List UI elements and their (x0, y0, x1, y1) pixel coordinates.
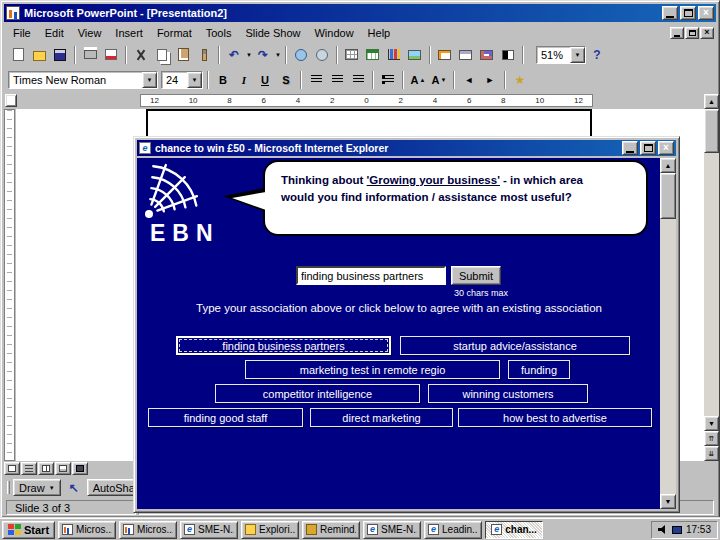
tab-type-selector[interactable] (5, 94, 17, 107)
scrollbar-thumb[interactable] (704, 109, 719, 153)
black-white-view-button[interactable] (498, 45, 518, 65)
menu-help[interactable]: Help (361, 26, 398, 40)
ie-close-button[interactable]: × (658, 141, 674, 155)
taskbar-task-2[interactable]: Micros... (119, 521, 177, 539)
promote-button[interactable]: ◄ (459, 70, 479, 90)
slide-sorter-view-button[interactable] (38, 462, 54, 475)
doc-minimize-button[interactable] (670, 27, 684, 39)
previous-slide-button[interactable]: ⇈ (704, 431, 719, 446)
new-slide-button[interactable] (435, 45, 455, 65)
font-name-dropdown-icon[interactable]: ▼ (142, 72, 157, 88)
option-competitor-intelligence[interactable]: competitor intelligence (215, 384, 420, 403)
doc-restore-button[interactable] (685, 27, 699, 39)
close-button[interactable]: × (698, 6, 714, 20)
cut-button[interactable] (131, 45, 151, 65)
help-assistant-button[interactable]: ? (587, 45, 607, 65)
association-input[interactable] (296, 266, 446, 285)
apply-design-button[interactable] (477, 45, 497, 65)
slide-view-button[interactable] (4, 462, 20, 475)
display-icon[interactable] (672, 526, 682, 534)
decrease-font-button[interactable]: A▼ (429, 70, 449, 90)
menu-edit[interactable]: Edit (38, 26, 71, 40)
redo-dropdown-icon[interactable]: ▼ (275, 52, 281, 58)
format-painter-button[interactable] (194, 45, 214, 65)
scroll-down-button[interactable]: ▼ (704, 416, 719, 431)
option-how-best-to-advertise[interactable]: how best to advertise (458, 408, 652, 427)
maximize-button[interactable] (680, 6, 696, 20)
ie-scrollbar-thumb[interactable] (660, 173, 676, 219)
redo-button[interactable]: ↷ (253, 45, 273, 65)
demote-button[interactable]: ► (480, 70, 500, 90)
option-finding-good-staff[interactable]: finding good staff (148, 408, 303, 427)
open-button[interactable] (29, 45, 49, 65)
increase-font-button[interactable]: A▲ (408, 70, 428, 90)
taskbar-task-3[interactable]: eSME-N... (180, 521, 238, 539)
outline-view-button[interactable] (21, 462, 37, 475)
font-size-dropdown-icon[interactable]: ▼ (187, 72, 202, 88)
ie-scroll-up-button[interactable]: ▲ (660, 158, 676, 173)
bold-button[interactable]: B (213, 70, 233, 90)
next-slide-button[interactable]: ⇊ (704, 446, 719, 461)
copy-button[interactable] (152, 45, 172, 65)
toolbar-grip[interactable] (7, 481, 10, 494)
animation-effects-button[interactable]: ★ (510, 70, 530, 90)
taskbar-task-6[interactable]: eSME-N... (363, 521, 421, 539)
spelling-button[interactable] (101, 45, 121, 65)
menu-format[interactable]: Format (150, 26, 199, 40)
insert-table-button[interactable] (342, 45, 362, 65)
option-startup-advice[interactable]: startup advice/assistance (400, 336, 630, 355)
menu-file[interactable]: File (6, 26, 38, 40)
align-center-button[interactable] (327, 70, 347, 90)
option-winning-customers[interactable]: winning customers (428, 384, 588, 403)
save-button[interactable] (50, 45, 70, 65)
taskbar-task-5[interactable]: Remind... (302, 521, 360, 539)
insert-clipart-button[interactable] (405, 45, 425, 65)
ie-maximize-button[interactable] (640, 141, 656, 155)
insert-excel-button[interactable] (363, 45, 383, 65)
minimize-button[interactable] (662, 6, 678, 20)
zoom-combobox[interactable]: 51% ▼ (536, 46, 586, 64)
font-size-combobox[interactable]: 24 ▼ (161, 71, 203, 89)
zoom-dropdown-icon[interactable]: ▼ (570, 47, 585, 63)
volume-icon[interactable] (658, 525, 668, 534)
insert-chart-button[interactable] (384, 45, 404, 65)
align-right-button[interactable] (348, 70, 368, 90)
paste-button[interactable] (173, 45, 193, 65)
align-left-button[interactable] (306, 70, 326, 90)
start-button[interactable]: Start (2, 521, 55, 539)
taskbar-task-1[interactable]: Micros... (58, 521, 116, 539)
print-button[interactable] (80, 45, 100, 65)
text-shadow-button[interactable]: S (276, 70, 296, 90)
bullets-button[interactable] (378, 70, 398, 90)
scrollbar-track[interactable] (704, 153, 719, 416)
doc-close-button[interactable]: × (700, 27, 714, 39)
menu-window[interactable]: Window (307, 26, 360, 40)
font-name-combobox[interactable]: Times New Roman ▼ (8, 71, 158, 89)
option-finding-business-partners[interactable]: finding business partners (176, 336, 391, 355)
menu-view[interactable]: View (71, 26, 109, 40)
undo-button[interactable]: ↶ (224, 45, 244, 65)
select-objects-button[interactable]: ↖ (64, 478, 84, 498)
option-marketing-test[interactable]: marketing test in remote regio (245, 360, 500, 379)
vertical-scrollbar[interactable]: ▲ ▼ ⇈ ⇊ (704, 94, 719, 461)
insert-hyperlink-button[interactable] (291, 45, 311, 65)
option-direct-marketing[interactable]: direct marketing (310, 408, 453, 427)
new-document-button[interactable] (8, 45, 28, 65)
slide-layout-button[interactable] (456, 45, 476, 65)
underline-button[interactable]: U (255, 70, 275, 90)
submit-button[interactable]: Submit (451, 266, 501, 285)
menu-slide-show[interactable]: Slide Show (238, 26, 307, 40)
notes-page-view-button[interactable] (55, 462, 71, 475)
option-funding[interactable]: funding (508, 360, 570, 379)
ie-scrollbar-track[interactable] (660, 219, 676, 494)
taskbar-task-8-active[interactable]: echan... (485, 521, 543, 539)
menu-insert[interactable]: Insert (108, 26, 150, 40)
menu-tools[interactable]: Tools (199, 26, 239, 40)
web-toolbar-button[interactable] (312, 45, 332, 65)
scroll-up-button[interactable]: ▲ (704, 94, 719, 109)
slide-show-view-button[interactable] (72, 462, 88, 475)
ie-vertical-scrollbar[interactable]: ▲ ▼ (660, 158, 676, 509)
draw-menu-button[interactable]: Draw ▼ (13, 479, 61, 496)
taskbar-task-4[interactable]: Explori... (241, 521, 299, 539)
ie-minimize-button[interactable] (622, 141, 638, 155)
